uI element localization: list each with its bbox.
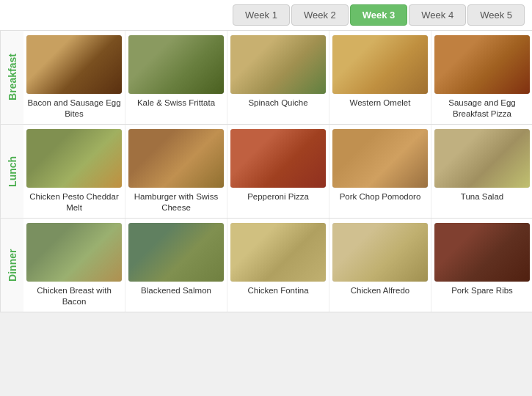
meal-item[interactable]: Pepperoni Pizza [227, 125, 329, 218]
food-label: Tuna Salad [461, 191, 503, 202]
food-label: Spinach Quiche [248, 98, 307, 109]
meal-item[interactable]: Bacon and Sausage Egg Bites [23, 31, 125, 124]
meal-item[interactable]: Hamburger with Swiss Cheese [125, 125, 227, 218]
week-tabs: Week 1Week 2Week 3Week 4Week 5 [233, 4, 525, 26]
meal-item[interactable]: Kale & Swiss Frittata [125, 31, 227, 124]
meal-items-breakfast: Bacon and Sausage Egg BitesKale & Swiss … [23, 31, 532, 124]
meal-label-lunch: Lunch [0, 125, 23, 218]
food-image [230, 35, 326, 94]
food-image [26, 35, 122, 94]
food-label: Chicken Alfredo [351, 285, 410, 296]
food-label: Blackened Salmon [141, 285, 211, 296]
week-tab-4[interactable]: Week 4 [409, 4, 466, 26]
food-image [230, 129, 326, 188]
food-label: Pork Chop Pomodoro [340, 191, 421, 202]
food-label: Western Omelet [350, 98, 411, 109]
food-label: Kale & Swiss Frittata [137, 98, 215, 109]
food-image [128, 129, 224, 188]
page-header: Week 1Week 2Week 3Week 4Week 5 [0, 0, 532, 31]
food-image [434, 35, 530, 94]
meal-row-lunch: LunchChicken Pesto Cheddar MeltHamburger… [0, 125, 532, 219]
food-image [434, 129, 530, 188]
meal-item[interactable]: Tuna Salad [431, 125, 532, 218]
meal-item[interactable]: Spinach Quiche [227, 31, 329, 124]
food-label: Bacon and Sausage Egg Bites [26, 98, 122, 120]
meal-row-dinner: DinnerChicken Breast with BaconBlackened… [0, 219, 532, 312]
meal-item[interactable]: Blackened Salmon [125, 219, 227, 312]
meal-item[interactable]: Chicken Alfredo [329, 219, 431, 312]
food-image [26, 223, 122, 282]
food-image [332, 223, 428, 282]
food-label: Pork Spare Ribs [451, 285, 513, 296]
menu-grid: BreakfastBacon and Sausage Egg BitesKale… [0, 31, 532, 312]
week-tab-2[interactable]: Week 2 [291, 4, 349, 26]
meal-item[interactable]: Sausage and Egg Breakfast Pizza [431, 31, 532, 124]
food-label: Chicken Breast with Bacon [26, 285, 122, 307]
food-image [230, 223, 326, 282]
week-tab-5[interactable]: Week 5 [467, 4, 525, 26]
food-label: Pepperoni Pizza [247, 191, 309, 202]
meal-row-breakfast: BreakfastBacon and Sausage Egg BitesKale… [0, 31, 532, 125]
meal-item[interactable]: Pork Spare Ribs [431, 219, 532, 312]
meal-items-lunch: Chicken Pesto Cheddar MeltHamburger with… [23, 125, 532, 218]
meal-items-dinner: Chicken Breast with BaconBlackened Salmo… [23, 219, 532, 312]
meal-label-dinner: Dinner [0, 219, 23, 312]
meal-item[interactable]: Pork Chop Pomodoro [329, 125, 431, 218]
food-label: Chicken Fontina [247, 285, 308, 296]
week-tab-1[interactable]: Week 1 [233, 4, 290, 26]
food-image [332, 35, 428, 94]
meal-item[interactable]: Chicken Breast with Bacon [23, 219, 125, 312]
food-image [26, 129, 122, 188]
food-image [434, 223, 530, 282]
food-label: Sausage and Egg Breakfast Pizza [434, 98, 530, 120]
meal-label-breakfast: Breakfast [0, 31, 23, 124]
week-tab-3[interactable]: Week 3 [350, 4, 408, 26]
meal-item[interactable]: Chicken Fontina [227, 219, 329, 312]
meal-item[interactable]: Chicken Pesto Cheddar Melt [23, 125, 125, 218]
meal-item[interactable]: Western Omelet [329, 31, 431, 124]
food-image [332, 129, 428, 188]
food-image [128, 223, 224, 282]
food-image [128, 35, 224, 94]
food-label: Hamburger with Swiss Cheese [128, 191, 224, 213]
food-label: Chicken Pesto Cheddar Melt [26, 191, 122, 213]
